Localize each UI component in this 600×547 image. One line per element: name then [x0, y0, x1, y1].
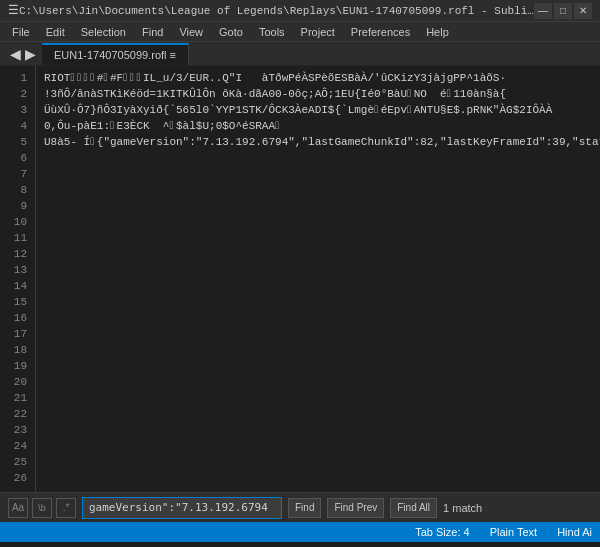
line-number: 21 [8, 390, 27, 406]
line-number: 11 [8, 230, 27, 246]
line-number: 22 [8, 406, 27, 422]
status-bar: Tab Size: 4 Plain Text Hind Ai [0, 522, 600, 542]
tab-bar: ◀ ▶ EUN1-1740705099.rofl ≡ [0, 42, 600, 66]
line-number: 25 [8, 454, 27, 470]
line-number: 16 [8, 310, 27, 326]
line-number: 19 [8, 358, 27, 374]
minimize-button[interactable]: — [534, 3, 552, 19]
menu-bar: FileEditSelectionFindViewGotoToolsProjec… [0, 22, 600, 42]
code-content[interactable]: RIOT    # #F   IL_u/3/EUR..Q"I àTðwPéÀSP… [36, 66, 600, 492]
menu-item-edit[interactable]: Edit [38, 22, 73, 42]
line-number: 3 [8, 102, 27, 118]
line-number: 18 [8, 342, 27, 358]
find-prev-button[interactable]: Find Prev [327, 498, 384, 518]
menu-item-tools[interactable]: Tools [251, 22, 293, 42]
find-bar: Aa \b .* Find Find Prev Find All 1 match [0, 492, 600, 522]
menu-item-file[interactable]: File [4, 22, 38, 42]
editor-area: 1234567891011121314151617181920212223242… [0, 66, 600, 492]
hind-ai-label: Hind Ai [557, 526, 592, 538]
line-number: 1 [8, 70, 27, 86]
line-number: 2 [8, 86, 27, 102]
menu-item-preferences[interactable]: Preferences [343, 22, 418, 42]
line-number: 6 [8, 150, 27, 166]
match-count: 1 match [443, 502, 482, 514]
line-number: 4 [8, 118, 27, 134]
file-tab[interactable]: EUN1-1740705099.rofl ≡ [42, 43, 189, 65]
menu-item-find[interactable]: Find [134, 22, 171, 42]
find-all-button[interactable]: Find All [390, 498, 437, 518]
line-number: 9 [8, 198, 27, 214]
find-button[interactable]: Find [288, 498, 321, 518]
tab-size-label: Tab Size: 4 [415, 526, 469, 538]
line-number: 14 [8, 278, 27, 294]
window-controls: — □ ✕ [534, 3, 592, 19]
maximize-button[interactable]: □ [554, 3, 572, 19]
find-regex[interactable]: .* [56, 498, 76, 518]
line-numbers: 1234567891011121314151617181920212223242… [0, 66, 36, 492]
line-number: 26 [8, 470, 27, 486]
window-icon: ☰ [8, 3, 19, 18]
line-number: 20 [8, 374, 27, 390]
menu-item-view[interactable]: View [171, 22, 211, 42]
menu-item-project[interactable]: Project [293, 22, 343, 42]
tab-nav-next[interactable]: ▶ [23, 43, 38, 65]
find-input[interactable] [82, 497, 282, 519]
tab-nav-prev[interactable]: ◀ [8, 43, 23, 65]
line-number: 8 [8, 182, 27, 198]
title-bar: ☰ C:\Users\Jin\Documents\League of Legen… [0, 0, 600, 22]
line-number: 5 [8, 134, 27, 150]
line-number: 13 [8, 262, 27, 278]
menu-item-goto[interactable]: Goto [211, 22, 251, 42]
line-number: 10 [8, 214, 27, 230]
line-number: 24 [8, 438, 27, 454]
language-label: Plain Text [490, 526, 538, 538]
find-whole-word[interactable]: \b [32, 498, 52, 518]
close-button[interactable]: ✕ [574, 3, 592, 19]
line-number: 17 [8, 326, 27, 342]
find-options: Aa \b .* [8, 498, 76, 518]
line-number: 23 [8, 422, 27, 438]
tab-nav: ◀ ▶ [4, 43, 42, 65]
line-number: 7 [8, 166, 27, 182]
menu-item-help[interactable]: Help [418, 22, 457, 42]
menu-item-selection[interactable]: Selection [73, 22, 134, 42]
line-number: 12 [8, 246, 27, 262]
title-text: C:\Users\Jin\Documents\League of Legends… [19, 5, 534, 17]
find-case-sensitive[interactable]: Aa [8, 498, 28, 518]
line-number: 15 [8, 294, 27, 310]
